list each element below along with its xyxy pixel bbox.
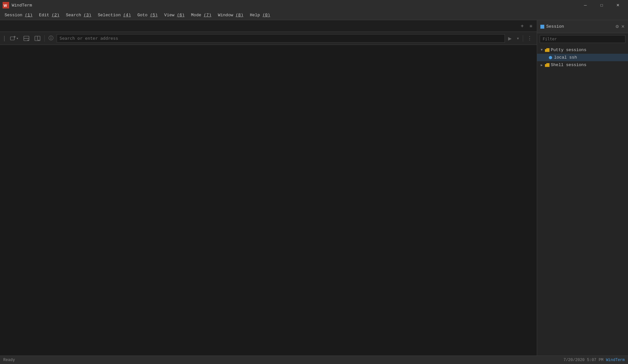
close-button[interactable]: ✕ (610, 0, 625, 10)
putty-sessions-header[interactable]: ▼ Putty sessions (537, 46, 628, 54)
go-button[interactable]: ▶ (506, 35, 514, 42)
toolbar-divider-2 (523, 35, 523, 42)
menu-mode[interactable]: Mode (7) (188, 11, 215, 19)
address-input[interactable] (57, 34, 505, 43)
minimize-button[interactable]: ─ (578, 0, 593, 10)
new-session-button[interactable]: ▾ (8, 35, 20, 42)
more-options-button[interactable]: ⋮ (525, 34, 534, 42)
panel-title: Session (546, 24, 613, 29)
session-panel: Session ⚙ ✕ ▼ Putty sessions local ssh (537, 20, 628, 356)
local-ssh-item[interactable]: local ssh (537, 54, 628, 61)
putty-expand-arrow: ▼ (540, 48, 544, 52)
address-dropdown-button[interactable]: ▾ (515, 35, 521, 42)
session-panel-icon (540, 25, 544, 29)
content-area: + ≡ | ▾ (0, 20, 537, 356)
status-datetime: 7/20/2020 5:07 PM (564, 358, 603, 362)
shell-folder-icon (545, 63, 550, 67)
menu-help[interactable]: Help (0) (247, 11, 273, 19)
panel-close-button[interactable]: ✕ (621, 24, 625, 29)
title-bar: W WindTerm ─ □ ✕ (0, 0, 628, 10)
putty-sessions-label: Putty sessions (551, 48, 586, 52)
maximize-button[interactable]: □ (594, 0, 609, 10)
menu-selection[interactable]: Selection (4) (94, 11, 134, 19)
session-tree: ▼ Putty sessions local ssh ▶ Shell sessi… (537, 45, 628, 356)
putty-sessions-group: ▼ Putty sessions local ssh (537, 46, 628, 61)
shell-sessions-label: Shell sessions (551, 63, 586, 67)
toolbar: | ▾ (0, 32, 537, 45)
info-button[interactable]: ⓘ (47, 34, 55, 42)
new-session-dropdown-icon: ▾ (17, 37, 18, 40)
menu-edit[interactable]: Edit (2) (36, 11, 63, 19)
status-text: Ready (3, 358, 564, 362)
shell-sessions-group: ▶ Shell sessions (537, 61, 628, 69)
shell-expand-arrow: ▶ (540, 63, 544, 67)
svg-rect-2 (10, 37, 14, 40)
window-controls: ─ □ ✕ (578, 0, 625, 10)
tabs-row: + ≡ (0, 20, 537, 32)
menu-window[interactable]: Window (8) (215, 11, 247, 19)
menu-search[interactable]: Search (3) (63, 11, 94, 19)
tab-menu-button[interactable]: ≡ (528, 22, 534, 30)
shell-sessions-header[interactable]: ▶ Shell sessions (537, 61, 628, 69)
app-logo: W (3, 2, 9, 8)
terminal-area[interactable] (0, 45, 537, 356)
main-layout: + ≡ | ▾ (0, 20, 628, 356)
status-brand: WindTerm (606, 358, 625, 362)
menu-goto[interactable]: Goto (5) (134, 11, 161, 19)
svg-text:W: W (4, 4, 7, 7)
menu-bar: Session (1) Edit (2) Search (3) Selectio… (0, 10, 628, 20)
session-filter-input[interactable] (540, 35, 625, 43)
panel-settings-button[interactable]: ⚙ (615, 24, 619, 29)
app-title: WindTerm (12, 3, 578, 8)
split-horizontal-button[interactable] (21, 35, 31, 42)
local-ssh-label: local ssh (554, 55, 577, 60)
vertical-bar: | (3, 35, 6, 42)
menu-session[interactable]: Session (1) (1, 11, 36, 19)
menu-view[interactable]: View (6) (161, 11, 188, 19)
local-ssh-status-dot (549, 56, 552, 59)
add-tab-button[interactable]: + (519, 22, 525, 30)
putty-folder-icon (545, 48, 550, 52)
panel-header: Session ⚙ ✕ (537, 20, 628, 33)
panel-controls: ⚙ ✕ (615, 24, 625, 29)
status-bar: Ready 7/20/2020 5:07 PM WindTerm (0, 356, 628, 364)
split-vertical-button[interactable] (33, 35, 42, 42)
toolbar-divider (44, 35, 45, 42)
